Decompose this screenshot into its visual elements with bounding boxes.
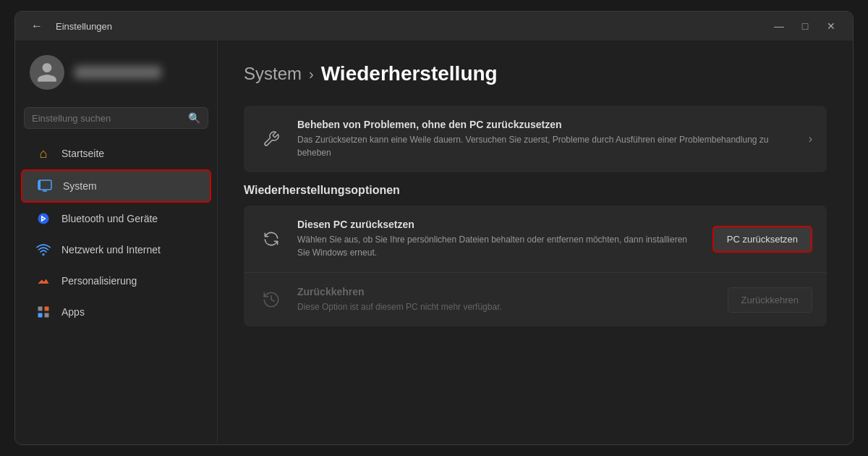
pc-reset-button[interactable]: PC zurücksetzen bbox=[712, 226, 812, 253]
fix-without-reset-card: Beheben von Problemen, ohne den PC zurüc… bbox=[244, 106, 827, 172]
sidebar: 🔍 ⌂ Startseite bbox=[15, 41, 218, 444]
svg-rect-6 bbox=[38, 307, 43, 311]
title-bar-left: ← Einstellungen bbox=[27, 17, 112, 35]
reset-pc-desc: Wählen Sie aus, ob Sie Ihre persönlichen… bbox=[297, 233, 699, 259]
settings-window: ← Einstellungen — □ ✕ 🔍 bbox=[14, 11, 854, 445]
svg-rect-1 bbox=[38, 180, 41, 190]
breadcrumb-system: System bbox=[244, 64, 302, 84]
user-section bbox=[15, 41, 217, 101]
svg-point-4 bbox=[38, 214, 49, 224]
sidebar-item-system[interactable]: System bbox=[21, 169, 211, 203]
search-icon: 🔍 bbox=[188, 112, 200, 124]
search-input[interactable] bbox=[32, 113, 182, 124]
breadcrumb: System › Wiederherstellung bbox=[244, 62, 827, 85]
svg-rect-8 bbox=[38, 313, 43, 318]
sidebar-item-apps[interactable]: Apps bbox=[21, 297, 211, 327]
fix-without-reset-text: Beheben von Problemen, ohne den PC zurüc… bbox=[297, 119, 796, 159]
title-bar: ← Einstellungen — □ ✕ bbox=[15, 12, 853, 41]
search-box[interactable]: 🔍 bbox=[24, 107, 208, 129]
fix-without-reset-row[interactable]: Beheben von Problemen, ohne den PC zurüc… bbox=[244, 106, 827, 172]
rollback-text: Zurückkehren Diese Option ist auf diesem… bbox=[297, 286, 715, 313]
options-section-label: Wiederherstellungsoptionen bbox=[244, 184, 827, 197]
window-title: Einstellungen bbox=[56, 21, 112, 32]
close-button[interactable]: ✕ bbox=[821, 16, 841, 36]
sidebar-item-personalization[interactable]: Personalisierung bbox=[21, 266, 211, 296]
personalization-icon bbox=[35, 273, 51, 289]
svg-rect-7 bbox=[45, 307, 49, 311]
rollback-button: Zurückkehren bbox=[728, 287, 812, 313]
sidebar-item-bluetooth[interactable]: Bluetooth und Geräte bbox=[21, 203, 211, 234]
system-icon bbox=[37, 178, 53, 194]
network-icon bbox=[35, 242, 51, 258]
content-area: System › Wiederherstellung Beheben von P… bbox=[218, 41, 853, 444]
user-icon bbox=[35, 61, 59, 84]
main-content: 🔍 ⌂ Startseite bbox=[15, 41, 853, 444]
reset-pc-row[interactable]: Diesen PC zurücksetzen Wählen Sie aus, o… bbox=[244, 206, 827, 273]
username bbox=[75, 66, 161, 79]
rollback-icon bbox=[258, 287, 284, 313]
sidebar-item-network[interactable]: Netzwerk und Internet bbox=[21, 235, 211, 265]
breadcrumb-page: Wiederherstellung bbox=[321, 62, 498, 85]
window-controls: — □ ✕ bbox=[769, 16, 841, 36]
reset-icon bbox=[258, 226, 284, 252]
breadcrumb-separator: › bbox=[309, 66, 314, 83]
reset-pc-title: Diesen PC zurücksetzen bbox=[297, 219, 699, 230]
back-button[interactable]: ← bbox=[27, 17, 47, 35]
nav-items: ⌂ Startseite System bbox=[15, 138, 217, 444]
avatar bbox=[30, 55, 64, 90]
chevron-right-icon: › bbox=[809, 132, 812, 145]
svg-rect-9 bbox=[45, 313, 49, 318]
maximize-button[interactable]: □ bbox=[795, 16, 815, 36]
fix-without-reset-title: Beheben von Problemen, ohne den PC zurüc… bbox=[297, 119, 796, 130]
minimize-button[interactable]: — bbox=[769, 16, 789, 36]
rollback-title: Zurückkehren bbox=[297, 286, 715, 297]
sidebar-item-home[interactable]: ⌂ Startseite bbox=[21, 138, 211, 169]
wrench-icon bbox=[258, 126, 284, 152]
fix-without-reset-desc: Das Zurücksetzen kann eine Weile dauern.… bbox=[297, 133, 796, 159]
apps-icon bbox=[35, 304, 51, 320]
bluetooth-icon bbox=[35, 211, 51, 227]
home-icon: ⌂ bbox=[35, 145, 51, 161]
reset-options-card: Diesen PC zurücksetzen Wählen Sie aus, o… bbox=[244, 206, 827, 326]
svg-point-5 bbox=[42, 253, 44, 256]
reset-pc-text: Diesen PC zurücksetzen Wählen Sie aus, o… bbox=[297, 219, 699, 259]
rollback-desc: Diese Option ist auf diesem PC nicht meh… bbox=[297, 300, 715, 313]
rollback-row: Zurückkehren Diese Option ist auf diesem… bbox=[244, 273, 827, 326]
